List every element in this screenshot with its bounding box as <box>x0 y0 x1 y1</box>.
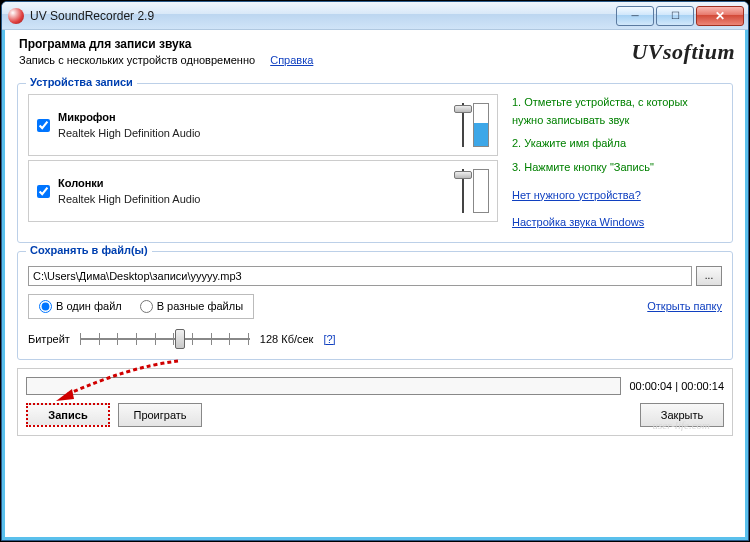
device-name: Микрофон <box>58 111 457 123</box>
windows-sound-link[interactable]: Настройка звука Windows <box>512 214 722 232</box>
progress-bar <box>26 377 621 395</box>
devices-group-title: Устройства записи <box>26 76 137 88</box>
minimize-button[interactable]: ─ <box>616 6 654 26</box>
volume-slider[interactable] <box>457 169 469 213</box>
close-window-button[interactable]: ✕ <box>696 6 744 26</box>
level-meter <box>473 103 489 147</box>
save-group: Сохранять в файл(ы) ... В один файл В ра… <box>17 251 733 360</box>
header: Программа для записи звука Запись с неск… <box>5 30 745 75</box>
progress-panel: 00:00:04 | 00:00:14 Запись Проиграть Зак… <box>17 368 733 436</box>
device-sub: Realtek High Definition Audio <box>58 127 457 139</box>
open-folder-link[interactable]: Открыть папку <box>647 300 722 312</box>
device-row: Микрофон Realtek High Definition Audio <box>28 94 498 156</box>
radio-one-file[interactable]: В один файл <box>39 300 122 313</box>
hint-step: 2. Укажите имя файла <box>512 135 722 153</box>
record-button[interactable]: Запись <box>26 403 110 427</box>
browse-button[interactable]: ... <box>696 266 722 286</box>
save-group-title: Сохранять в файл(ы) <box>26 244 152 256</box>
bitrate-slider[interactable] <box>80 329 250 349</box>
device-checkbox-speakers[interactable] <box>37 185 50 198</box>
file-mode-radios: В один файл В разные файлы <box>28 294 254 319</box>
play-button[interactable]: Проиграть <box>118 403 202 427</box>
maximize-button[interactable]: ☐ <box>656 6 694 26</box>
time-display: 00:00:04 | 00:00:14 <box>629 380 724 392</box>
app-icon <box>8 8 24 24</box>
devices-group: Устройства записи Микрофон Realtek High … <box>17 83 733 243</box>
level-meter <box>473 169 489 213</box>
hint-step: 1. Отметьте устройства, с которых нужно … <box>512 94 722 129</box>
device-checkbox-microphone[interactable] <box>37 119 50 132</box>
program-title: Программа для записи звука <box>19 36 313 53</box>
close-button[interactable]: Закрыть <box>640 403 724 427</box>
bitrate-value: 128 Кб/сек <box>260 333 314 345</box>
bitrate-label: Битрейт <box>28 333 70 345</box>
device-row: Колонки Realtek High Definition Audio <box>28 160 498 222</box>
no-device-link[interactable]: Нет нужного устройства? <box>512 187 722 205</box>
program-subtitle: Запись с нескольких устройств одновремен… <box>19 53 313 68</box>
radio-multi-files[interactable]: В разные файлы <box>140 300 243 313</box>
volume-slider[interactable] <box>457 103 469 147</box>
help-link[interactable]: Справка <box>270 54 313 66</box>
filepath-input[interactable] <box>28 266 692 286</box>
hints-panel: 1. Отметьте устройства, с которых нужно … <box>512 94 722 232</box>
device-sub: Realtek High Definition Audio <box>58 193 457 205</box>
hint-step: 3. Нажмите кнопку "Запись" <box>512 159 722 177</box>
titlebar: UV SoundRecorder 2.9 ─ ☐ ✕ <box>2 2 748 30</box>
bitrate-help-link[interactable]: [?] <box>323 333 335 345</box>
brand-logo: UVsoftium <box>631 39 735 65</box>
window-title: UV SoundRecorder 2.9 <box>30 9 616 23</box>
device-name: Колонки <box>58 177 457 189</box>
